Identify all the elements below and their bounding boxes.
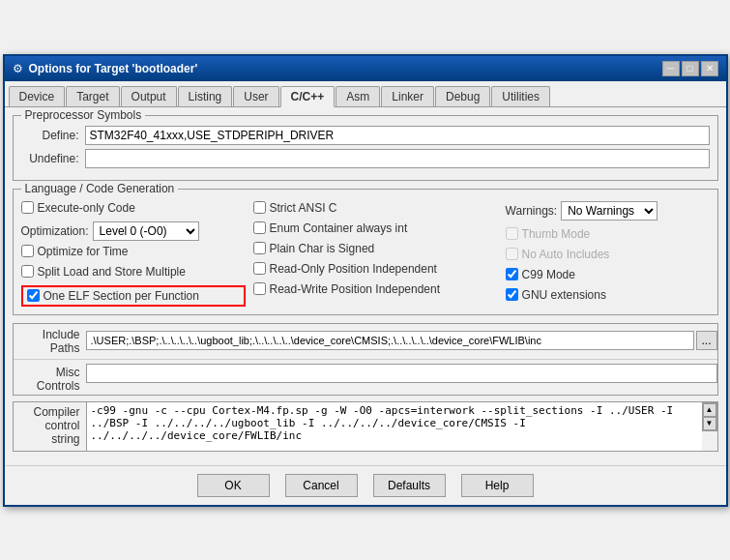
split-load-checkbox[interactable]	[21, 265, 34, 278]
one-elf-checkbox[interactable]	[27, 289, 40, 302]
include-paths-label: IncludePaths	[14, 326, 86, 355]
tab-utilities[interactable]: Utilities	[491, 86, 550, 106]
tab-target[interactable]: Target	[66, 86, 119, 106]
help-button[interactable]: Help	[461, 474, 534, 497]
c99-mode-checkbox[interactable]	[506, 268, 518, 280]
scroll-down-button[interactable]: ▼	[703, 417, 716, 430]
read-write-pos-checkbox[interactable]	[253, 282, 266, 295]
ok-button[interactable]: OK	[197, 474, 270, 497]
include-paths-row: IncludePaths ...	[14, 326, 717, 355]
lang-col3: Warnings: No Warnings All Warnings MISRA…	[506, 201, 710, 307]
thumb-mode-row: Thumb Mode	[506, 227, 710, 241]
misc-input[interactable]	[86, 364, 717, 383]
language-title: Language / Code Generation	[21, 182, 179, 195]
gnu-extensions-label: GNU extensions	[522, 288, 606, 302]
preprocessor-content: Define: Undefine:	[21, 126, 710, 168]
warnings-select[interactable]: No Warnings All Warnings MISRA C	[561, 201, 657, 221]
no-auto-includes-label: No Auto Includes	[522, 248, 610, 261]
tab-linker[interactable]: Linker	[381, 86, 434, 106]
browse-button[interactable]: ...	[696, 331, 717, 350]
defaults-button[interactable]: Defaults	[373, 474, 446, 497]
enum-container-label: Enum Container always int	[270, 221, 408, 235]
undefine-label: Undefine:	[21, 152, 79, 165]
execute-only-label: Execute-only Code	[38, 201, 135, 215]
split-load-label: Split Load and Store Multiple	[38, 265, 186, 279]
compiler-scrollbar: ▲ ▼	[702, 402, 717, 431]
tab-device[interactable]: Device	[9, 86, 66, 106]
warnings-label: Warnings:	[506, 204, 558, 218]
optimize-time-label: Optimize for Time	[38, 245, 129, 258]
include-section: IncludePaths ... MiscControls	[13, 323, 718, 396]
enum-container-row: Enum Container always int	[253, 221, 498, 235]
title-bar-buttons: ─ □ ✕	[662, 61, 718, 76]
main-content: Preprocessor Symbols Define: Undefine: L…	[5, 107, 726, 465]
tabs-bar: Device Target Output Listing User C/C++ …	[5, 81, 726, 107]
one-elf-box: One ELF Section per Function	[21, 285, 246, 307]
window-title: Options for Target 'bootloader'	[29, 62, 198, 75]
read-write-pos-label: Read-Write Position Independent	[270, 282, 441, 296]
optimization-select[interactable]: Level 0 (-O0) Level 1 (-O1) Level 2 (-O2…	[93, 221, 199, 241]
no-auto-includes-row: No Auto Includes	[506, 248, 710, 261]
c99-mode-label: C99 Mode	[522, 268, 575, 281]
execute-only-checkbox[interactable]	[21, 201, 34, 214]
strict-ansi-row: Strict ANSI C	[253, 201, 498, 215]
read-only-pos-checkbox[interactable]	[253, 262, 266, 275]
undefine-input[interactable]	[85, 149, 710, 168]
maximize-button[interactable]: □	[682, 61, 699, 76]
lang-col2: Strict ANSI C Enum Container always int …	[253, 201, 498, 307]
plain-char-label: Plain Char is Signed	[270, 242, 375, 255]
tab-user[interactable]: User	[233, 86, 278, 106]
one-elf-label: One ELF Section per Function	[44, 289, 199, 303]
minimize-button[interactable]: ─	[662, 61, 680, 76]
define-input[interactable]	[85, 126, 710, 145]
compiler-row: Compilercontrolstring -c99 -gnu -c --cpu…	[14, 402, 717, 451]
include-paths-input[interactable]	[86, 331, 694, 350]
compiler-label: Compilercontrolstring	[14, 402, 86, 446]
enum-container-checkbox[interactable]	[253, 221, 266, 234]
tab-debug[interactable]: Debug	[435, 86, 490, 106]
cancel-button[interactable]: Cancel	[285, 474, 358, 497]
preprocessor-title: Preprocessor Symbols	[21, 108, 146, 122]
undefine-row: Undefine:	[21, 149, 710, 168]
tab-cpp[interactable]: C/C++	[280, 86, 336, 107]
close-button[interactable]: ✕	[701, 61, 718, 76]
strict-ansi-label: Strict ANSI C	[270, 201, 337, 215]
compiler-textarea[interactable]: -c99 -gnu -c --cpu Cortex-M4.fp.sp -g -W…	[86, 402, 702, 451]
window-icon: ⚙	[13, 62, 23, 75]
read-only-pos-label: Read-Only Position Independent	[270, 262, 437, 276]
optimize-time-checkbox[interactable]	[21, 245, 34, 257]
optimization-row: Optimization: Level 0 (-O0) Level 1 (-O1…	[21, 221, 246, 241]
tab-asm[interactable]: Asm	[336, 86, 380, 106]
no-auto-includes-checkbox[interactable]	[506, 248, 518, 260]
tab-listing[interactable]: Listing	[178, 86, 233, 106]
execute-only-row: Execute-only Code	[21, 201, 246, 215]
compiler-section: Compilercontrolstring -c99 -gnu -c --cpu…	[13, 401, 718, 452]
thumb-mode-checkbox[interactable]	[506, 227, 518, 240]
read-write-pos-row: Read-Write Position Independent	[253, 282, 498, 296]
optimize-time-row: Optimize for Time	[21, 245, 246, 258]
misc-row: MiscControls	[14, 364, 717, 393]
warnings-row: Warnings: No Warnings All Warnings MISRA…	[506, 201, 710, 221]
misc-label: MiscControls	[14, 364, 86, 393]
footer: OK Cancel Defaults Help	[5, 465, 726, 505]
title-bar: ⚙ Options for Target 'bootloader' ─ □ ✕	[5, 56, 726, 81]
scroll-up-button[interactable]: ▲	[703, 403, 716, 417]
plain-char-checkbox[interactable]	[253, 242, 266, 254]
gnu-extensions-row: GNU extensions	[506, 288, 710, 302]
plain-char-row: Plain Char is Signed	[253, 242, 498, 255]
optimization-label: Optimization:	[21, 224, 89, 238]
preprocessor-group: Preprocessor Symbols Define: Undefine:	[13, 115, 718, 181]
define-label: Define:	[21, 129, 79, 142]
c99-mode-row: C99 Mode	[506, 268, 710, 281]
split-load-row: Split Load and Store Multiple	[21, 265, 246, 279]
lang-col1: Execute-only Code Optimization: Level 0 …	[21, 201, 246, 307]
gnu-extensions-checkbox[interactable]	[506, 288, 518, 301]
thumb-mode-label: Thumb Mode	[522, 227, 591, 241]
tab-output[interactable]: Output	[121, 86, 177, 106]
strict-ansi-checkbox[interactable]	[253, 201, 266, 214]
define-row: Define:	[21, 126, 710, 145]
language-group: Language / Code Generation Execute-only …	[13, 189, 718, 315]
read-only-pos-row: Read-Only Position Independent	[253, 262, 498, 276]
main-window: ⚙ Options for Target 'bootloader' ─ □ ✕ …	[3, 54, 728, 507]
